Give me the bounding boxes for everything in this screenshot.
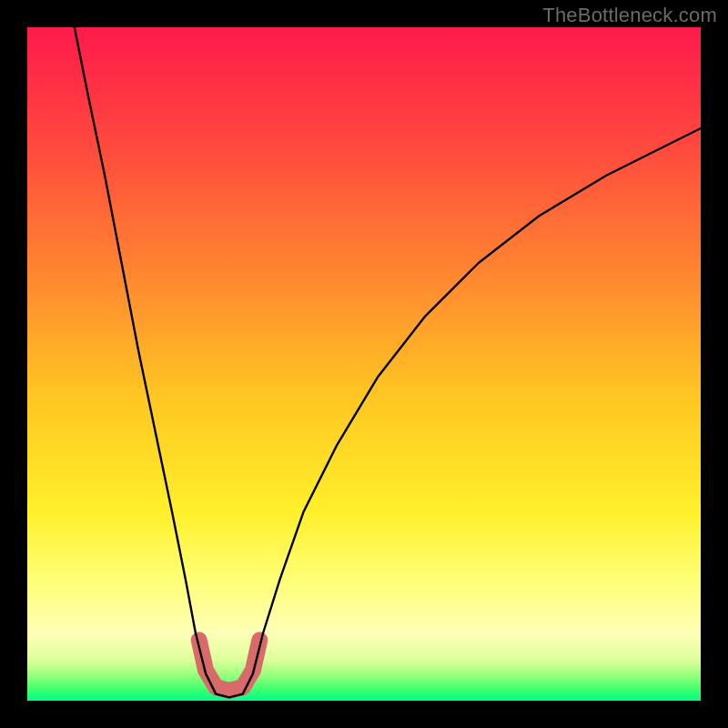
watermark-text: TheBottleneck.com [542,4,717,27]
gradient-background [27,27,701,701]
bottleneck-chart [27,27,701,701]
chart-frame [27,27,701,701]
